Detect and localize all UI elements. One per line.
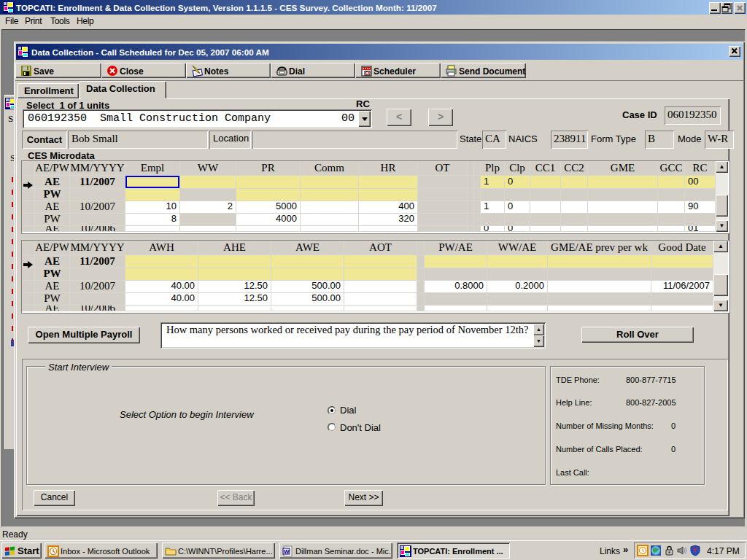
svg-text:W: W <box>284 548 290 555</box>
